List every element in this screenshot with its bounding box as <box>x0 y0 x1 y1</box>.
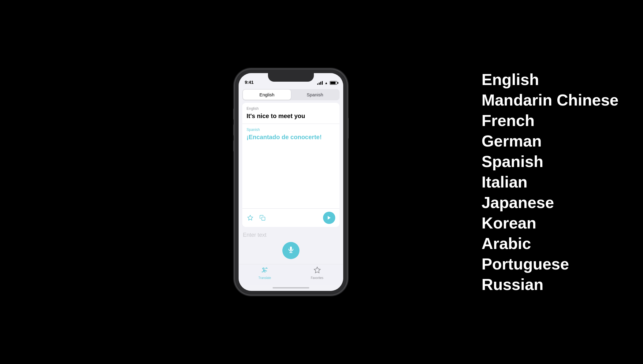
svg-marker-2 <box>328 216 330 220</box>
source-block: English It's nice to meet you <box>242 103 340 124</box>
source-language-label: English <box>247 106 335 111</box>
signal-bar-1 <box>317 84 318 85</box>
home-bar <box>273 287 309 288</box>
play-button[interactable] <box>323 212 335 224</box>
status-icons: ▲ <box>317 81 337 85</box>
language-list-item-5: Italian <box>481 172 527 192</box>
language-list: EnglishMandarin ChineseFrenchGermanSpani… <box>481 70 619 295</box>
input-area: Enter text <box>239 227 343 264</box>
phone-shell: 9:41 ▲ <box>234 69 348 295</box>
language-list-item-1: Mandarin Chinese <box>481 90 619 110</box>
signal-bars-icon <box>317 81 323 85</box>
battery-fill <box>330 82 336 84</box>
svg-marker-0 <box>248 215 253 220</box>
status-time: 9:41 <box>245 80 254 85</box>
favorites-icon <box>314 266 321 276</box>
language-selector: English Spanish <box>242 89 340 100</box>
language-list-item-8: Arabic <box>481 234 531 254</box>
language-tab-english[interactable]: English <box>243 90 291 100</box>
tab-favorites[interactable]: Favorites <box>291 266 343 280</box>
phone: 9:41 ▲ <box>234 69 348 295</box>
microphone-icon <box>287 246 295 255</box>
language-list-item-7: Korean <box>481 213 536 233</box>
microphone-button[interactable] <box>282 242 299 259</box>
favorite-icon[interactable] <box>247 214 254 221</box>
signal-bar-3 <box>320 82 321 85</box>
svg-rect-1 <box>262 217 265 221</box>
source-text: It's nice to meet you <box>247 112 335 120</box>
signal-bar-2 <box>319 83 320 85</box>
target-text: ¡Encantado de conocerte! <box>247 133 335 141</box>
phone-screen: 9:41 ▲ <box>239 73 343 291</box>
translation-area: English It's nice to meet you Spanish ¡E… <box>242 103 340 227</box>
svg-marker-6 <box>314 267 320 273</box>
tab-bar: Translate Favorites <box>239 264 343 285</box>
copy-icon[interactable] <box>259 214 266 221</box>
language-list-item-3: German <box>481 131 542 151</box>
tab-translate-label: Translate <box>258 276 271 280</box>
battery-icon <box>330 81 337 85</box>
home-indicator <box>239 285 343 291</box>
target-block: Spanish ¡Encantado de conocerte! <box>242 124 340 208</box>
language-tab-spanish[interactable]: Spanish <box>291 90 339 100</box>
scene: 9:41 ▲ <box>0 0 643 364</box>
tab-favorites-label: Favorites <box>311 276 323 280</box>
signal-bar-4 <box>322 81 323 85</box>
action-row <box>242 208 340 227</box>
tab-translate[interactable]: Translate <box>239 266 291 280</box>
language-list-item-4: Spanish <box>481 152 543 172</box>
translate-icon <box>261 266 269 276</box>
language-list-item-6: Japanese <box>481 193 554 213</box>
language-list-item-10: Russian <box>481 275 543 295</box>
language-list-item-2: French <box>481 111 534 131</box>
language-list-item-0: English <box>481 70 539 90</box>
notch <box>268 73 314 82</box>
wifi-icon: ▲ <box>325 81 328 85</box>
target-language-label: Spanish <box>247 128 335 132</box>
action-icons-left <box>247 214 323 221</box>
text-input[interactable]: Enter text <box>243 232 339 238</box>
language-list-item-9: Portuguese <box>481 254 569 274</box>
svg-rect-3 <box>290 247 292 251</box>
